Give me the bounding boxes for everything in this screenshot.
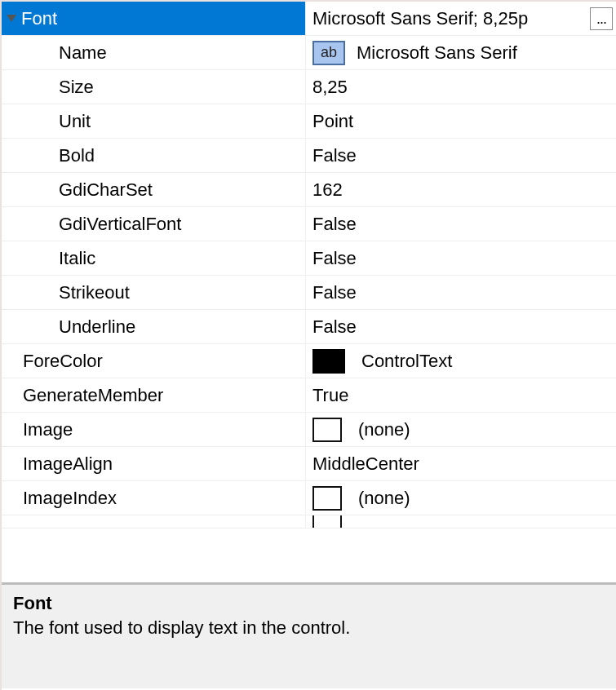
property-value-strikeout[interactable]: False bbox=[306, 276, 616, 309]
image-swatch-icon bbox=[312, 515, 342, 528]
property-gdicharset-label: GdiCharSet bbox=[20, 179, 153, 201]
property-row-strikeout[interactable]: Strikeout False bbox=[2, 276, 616, 310]
property-italic-label: Italic bbox=[20, 248, 95, 269]
property-unit-label: Unit bbox=[20, 111, 91, 132]
property-value-italic[interactable]: False bbox=[306, 241, 616, 275]
property-value-imagealign[interactable]: MiddleCenter bbox=[306, 447, 616, 480]
property-imagealign-label: ImageAlign bbox=[20, 453, 113, 475]
property-row-forecolor[interactable]: ForeColor ControlText bbox=[2, 344, 616, 378]
property-value-bold[interactable]: False bbox=[306, 139, 616, 172]
property-row-imagealign[interactable]: ImageAlign MiddleCenter bbox=[2, 447, 616, 481]
property-row-font[interactable]: Font Microsoft Sans Serif; 8,25p ... bbox=[2, 2, 616, 36]
property-row-italic[interactable]: Italic False bbox=[2, 241, 616, 276]
property-strikeout-label: Strikeout bbox=[20, 282, 130, 303]
color-swatch-icon bbox=[312, 349, 345, 374]
property-value-gdicharset[interactable]: 162 bbox=[306, 173, 616, 206]
property-row-cutoff[interactable] bbox=[2, 515, 616, 529]
property-value-gdiverticalfont[interactable]: False bbox=[306, 207, 616, 241]
property-value-generatemember[interactable]: True bbox=[306, 378, 616, 412]
property-value-forecolor[interactable]: ControlText bbox=[306, 344, 616, 378]
property-row-gdicharset[interactable]: GdiCharSet 162 bbox=[2, 173, 616, 207]
property-row-unit[interactable]: Unit Point bbox=[2, 104, 616, 139]
property-name-font: Font bbox=[20, 8, 57, 29]
property-gdiverticalfont-label: GdiVerticalFont bbox=[20, 214, 181, 235]
image-swatch-icon bbox=[312, 418, 342, 442]
property-value-font[interactable]: Microsoft Sans Serif; 8,25p ... bbox=[306, 2, 616, 35]
property-size-label: Size bbox=[20, 77, 94, 98]
chevron-down-icon bbox=[7, 15, 16, 22]
property-value-name[interactable]: ab Microsoft Sans Serif bbox=[306, 36, 616, 69]
property-row-size[interactable]: Size 8,25 bbox=[2, 70, 616, 104]
property-value-imageindex[interactable]: (none) bbox=[306, 481, 616, 515]
property-value-size[interactable]: 8,25 bbox=[306, 70, 616, 104]
property-row-name[interactable]: Name ab Microsoft Sans Serif bbox=[2, 36, 616, 70]
property-row-generatemember[interactable]: GenerateMember True bbox=[2, 378, 616, 413]
expand-toggle-font[interactable] bbox=[2, 15, 20, 22]
property-row-imageindex[interactable]: ImageIndex (none) bbox=[2, 481, 616, 515]
image-swatch-icon bbox=[312, 486, 342, 511]
property-value-unit[interactable]: Point bbox=[306, 104, 616, 138]
property-imageindex-label: ImageIndex bbox=[20, 488, 117, 509]
property-grid-panel: Font Microsoft Sans Serif; 8,25p ... Nam… bbox=[0, 0, 616, 690]
property-image-label: Image bbox=[20, 419, 73, 440]
font-dialog-button[interactable]: ... bbox=[590, 7, 613, 30]
property-grid: Font Microsoft Sans Serif; 8,25p ... Nam… bbox=[2, 2, 616, 529]
property-forecolor-label: ForeColor bbox=[20, 351, 103, 372]
property-underline-label: Underline bbox=[20, 316, 135, 338]
description-title: Font bbox=[13, 593, 605, 614]
property-value-image[interactable]: (none) bbox=[306, 413, 616, 446]
property-bold-label: Bold bbox=[20, 145, 95, 166]
description-panel: Font The font used to display text in th… bbox=[2, 582, 616, 688]
property-value-underline[interactable]: False bbox=[306, 310, 616, 343]
property-row-gdiverticalfont[interactable]: GdiVerticalFont False bbox=[2, 207, 616, 241]
property-row-image[interactable]: Image (none) bbox=[2, 413, 616, 447]
property-generatemember-label: GenerateMember bbox=[20, 385, 163, 406]
property-name-label: Name bbox=[20, 42, 107, 64]
property-row-underline[interactable]: Underline False bbox=[2, 310, 616, 344]
font-sample-icon: ab bbox=[312, 41, 345, 65]
property-row-bold[interactable]: Bold False bbox=[2, 139, 616, 173]
description-text: The font used to display text in the con… bbox=[13, 617, 605, 639]
